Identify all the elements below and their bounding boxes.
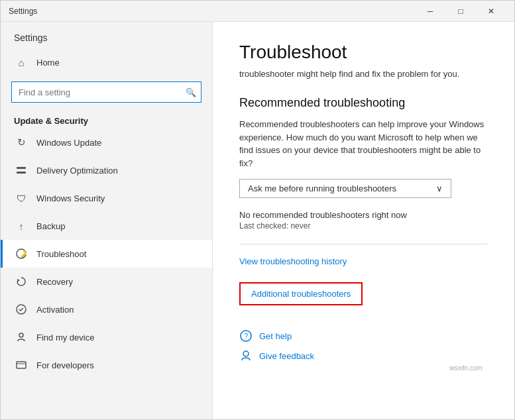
sidebar-home-label: Home <box>36 58 60 68</box>
bottom-links: ? Get help Give feedback <box>239 329 488 362</box>
window-title: Settings <box>9 7 37 16</box>
recovery-icon <box>14 274 29 289</box>
recommended-description: Recommended troubleshooters can help imp… <box>239 118 488 170</box>
maximize-button[interactable]: □ <box>445 1 476 22</box>
sidebar-title: Settings <box>1 22 212 48</box>
give-feedback-link[interactable]: Give feedback <box>239 349 488 362</box>
sidebar-item-label: Delivery Optimization <box>36 166 118 176</box>
get-help-label: Get help <box>259 331 292 341</box>
sidebar-item-activation[interactable]: Activation <box>1 295 212 323</box>
status-text: No recommended troubleshooters right now <box>239 210 488 220</box>
activation-icon <box>14 302 29 317</box>
sidebar-item-label: Windows Security <box>36 193 105 203</box>
sidebar-item-label: Find my device <box>36 333 94 342</box>
sidebar-item-home[interactable]: ⌂ Home <box>1 48 212 76</box>
section-label: Update & Security <box>1 111 212 129</box>
titlebar-controls: ─ □ ✕ <box>415 1 506 22</box>
divider <box>239 244 488 244</box>
sidebar-item-windows-security[interactable]: 🛡 Windows Security <box>1 184 212 212</box>
recommended-section-title: Recommended troubleshooting <box>239 96 488 110</box>
get-help-icon: ? <box>239 329 253 342</box>
sidebar-item-label: Backup <box>36 221 65 231</box>
chevron-down-icon: ∨ <box>436 184 443 193</box>
sidebar: Settings ⌂ Home 🔍 Update & Security ↻ Wi… <box>1 22 213 419</box>
sidebar-item-label: Troubleshoot <box>36 249 86 259</box>
sidebar-item-for-developers[interactable]: For developers <box>1 351 212 379</box>
titlebar: Settings ─ □ ✕ <box>1 1 514 22</box>
sidebar-item-label: For developers <box>36 360 94 370</box>
sidebar-item-recovery[interactable]: Recovery <box>1 268 212 295</box>
minimize-button[interactable]: ─ <box>415 1 445 22</box>
give-feedback-label: Give feedback <box>259 351 314 361</box>
sidebar-item-backup[interactable]: ↑ Backup <box>1 212 212 240</box>
last-checked: Last checked: never <box>239 221 488 231</box>
delivery-optimization-icon <box>14 163 29 178</box>
get-help-link[interactable]: ? Get help <box>239 329 488 342</box>
sidebar-item-windows-update[interactable]: ↻ Windows Update <box>1 129 212 156</box>
find-device-icon <box>14 330 29 344</box>
sidebar-item-label: Activation <box>36 305 74 315</box>
sidebar-item-delivery-optimization[interactable]: Delivery Optimization <box>1 156 212 184</box>
sidebar-item-troubleshoot[interactable]: 🔑 Troubleshoot <box>1 240 212 268</box>
sidebar-item-label: Windows Update <box>36 138 101 148</box>
svg-marker-4 <box>17 279 20 282</box>
search-container: 🔍 <box>11 81 201 103</box>
dropdown-value: Ask me before running troubleshooters <box>248 184 396 193</box>
give-feedback-icon <box>239 349 253 362</box>
home-icon: ⌂ <box>14 55 29 70</box>
search-icon: 🔍 <box>186 87 196 97</box>
view-history-link[interactable]: View troubleshooting history <box>239 256 347 266</box>
page-title: Troubleshoot <box>239 42 488 63</box>
backup-icon: ↑ <box>14 219 29 233</box>
troubleshoot-icon: 🔑 <box>14 246 29 261</box>
windows-update-icon: ↻ <box>14 135 29 150</box>
sidebar-item-find-my-device[interactable]: Find my device <box>1 323 212 351</box>
watermark: wsxdn.com <box>449 364 483 372</box>
svg-point-11 <box>243 351 249 356</box>
svg-rect-7 <box>17 362 26 368</box>
svg-point-6 <box>19 333 23 337</box>
svg-text:?: ? <box>245 333 249 340</box>
troubleshoot-dropdown[interactable]: Ask me before running troubleshooters ∨ <box>239 179 451 198</box>
svg-rect-0 <box>17 167 26 169</box>
svg-text:🔑: 🔑 <box>21 250 27 258</box>
close-button[interactable]: ✕ <box>476 1 506 22</box>
subtitle-text: troubleshooter might help find and fix t… <box>239 68 488 80</box>
svg-rect-1 <box>17 172 26 174</box>
windows-security-icon: 🛡 <box>14 191 29 205</box>
sidebar-item-label: Recovery <box>36 277 73 287</box>
additional-troubleshooters-link[interactable]: Additional troubleshooters <box>239 282 363 305</box>
main-content: Troubleshoot troubleshooter might help f… <box>213 22 514 419</box>
developers-icon <box>14 358 29 372</box>
search-input[interactable] <box>11 81 201 103</box>
